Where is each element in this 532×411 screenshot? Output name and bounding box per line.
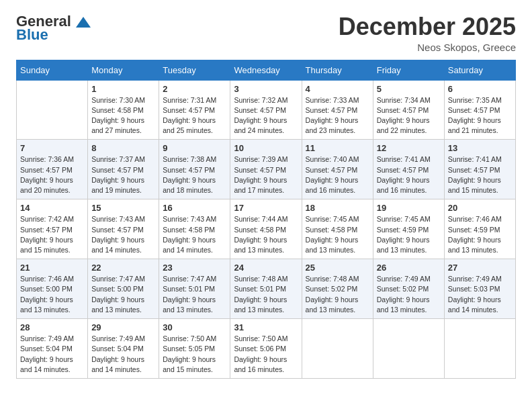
day-info: Sunrise: 7:45 AMSunset: 4:59 PMDaylight:… [377, 214, 441, 255]
calendar-cell: 14Sunrise: 7:42 AMSunset: 4:57 PMDayligh… [17, 199, 88, 259]
day-number: 16 [163, 203, 226, 213]
calendar-cell: 23Sunrise: 7:47 AMSunset: 5:01 PMDayligh… [159, 259, 230, 319]
calendar-cell: 10Sunrise: 7:39 AMSunset: 4:57 PMDayligh… [230, 140, 302, 199]
day-info: Sunrise: 7:46 AMSunset: 5:00 PMDaylight:… [20, 274, 84, 315]
day-number: 13 [448, 143, 512, 153]
day-number: 8 [91, 143, 155, 153]
day-info: Sunrise: 7:36 AMSunset: 4:57 PMDaylight:… [20, 154, 84, 195]
title-block: December 2025 Neos Skopos, Greece [339, 13, 516, 53]
calendar-cell: 3Sunrise: 7:32 AMSunset: 4:57 PMDaylight… [230, 80, 302, 140]
calendar-cell: 25Sunrise: 7:48 AMSunset: 5:02 PMDayligh… [302, 259, 373, 319]
weekday-header-monday: Monday [88, 60, 159, 80]
day-info: Sunrise: 7:48 AMSunset: 5:02 PMDaylight:… [306, 274, 369, 315]
week-row-5: 28Sunrise: 7:49 AMSunset: 5:04 PMDayligh… [17, 319, 516, 379]
day-info: Sunrise: 7:49 AMSunset: 5:03 PMDaylight:… [448, 274, 512, 315]
day-number: 24 [234, 263, 298, 273]
day-number: 17 [234, 203, 298, 213]
page-header: General Blue December 2025 Neos Skopos, … [16, 13, 516, 53]
calendar-cell: 18Sunrise: 7:45 AMSunset: 4:58 PMDayligh… [302, 199, 373, 259]
day-info: Sunrise: 7:48 AMSunset: 5:01 PMDaylight:… [234, 274, 298, 315]
day-number: 22 [91, 263, 155, 273]
calendar-cell: 9Sunrise: 7:38 AMSunset: 4:57 PMDaylight… [159, 140, 230, 199]
day-info: Sunrise: 7:46 AMSunset: 4:59 PMDaylight:… [448, 214, 512, 255]
day-number: 28 [20, 322, 84, 332]
calendar-cell: 6Sunrise: 7:35 AMSunset: 4:57 PMDaylight… [444, 80, 515, 140]
day-number: 9 [163, 143, 226, 153]
day-info: Sunrise: 7:47 AMSunset: 5:00 PMDaylight:… [91, 274, 155, 315]
day-number: 27 [448, 263, 512, 273]
week-row-3: 14Sunrise: 7:42 AMSunset: 4:57 PMDayligh… [17, 199, 516, 259]
calendar-cell: 29Sunrise: 7:49 AMSunset: 5:04 PMDayligh… [88, 319, 159, 379]
calendar-cell: 13Sunrise: 7:41 AMSunset: 4:57 PMDayligh… [444, 140, 515, 199]
day-info: Sunrise: 7:33 AMSunset: 4:57 PMDaylight:… [306, 95, 369, 136]
calendar-cell: 21Sunrise: 7:46 AMSunset: 5:00 PMDayligh… [17, 259, 88, 319]
day-info: Sunrise: 7:43 AMSunset: 4:57 PMDaylight:… [91, 214, 155, 255]
day-info: Sunrise: 7:41 AMSunset: 4:57 PMDaylight:… [448, 154, 512, 195]
calendar-cell [373, 319, 444, 379]
day-info: Sunrise: 7:49 AMSunset: 5:02 PMDaylight:… [377, 274, 441, 315]
day-number: 10 [234, 143, 298, 153]
day-info: Sunrise: 7:37 AMSunset: 4:57 PMDaylight:… [91, 154, 155, 195]
day-number: 15 [91, 203, 155, 213]
calendar-cell [444, 319, 515, 379]
day-number: 30 [163, 322, 226, 332]
calendar-cell: 1Sunrise: 7:30 AMSunset: 4:58 PMDaylight… [88, 80, 159, 140]
svg-marker-0 [76, 17, 91, 28]
day-number: 26 [377, 263, 441, 273]
logo-icon [76, 17, 91, 28]
weekday-header-wednesday: Wednesday [230, 60, 302, 80]
day-info: Sunrise: 7:49 AMSunset: 5:04 PMDaylight:… [91, 334, 155, 375]
weekday-header-friday: Friday [373, 60, 444, 80]
day-number: 31 [234, 322, 298, 332]
weekday-header-thursday: Thursday [302, 60, 373, 80]
calendar-cell: 19Sunrise: 7:45 AMSunset: 4:59 PMDayligh… [373, 199, 444, 259]
day-number: 6 [448, 84, 512, 94]
calendar-cell: 26Sunrise: 7:49 AMSunset: 5:02 PMDayligh… [373, 259, 444, 319]
day-number: 7 [20, 143, 84, 153]
week-row-4: 21Sunrise: 7:46 AMSunset: 5:00 PMDayligh… [17, 259, 516, 319]
week-row-2: 7Sunrise: 7:36 AMSunset: 4:57 PMDaylight… [17, 140, 516, 199]
day-info: Sunrise: 7:44 AMSunset: 4:58 PMDaylight:… [234, 214, 298, 255]
day-info: Sunrise: 7:41 AMSunset: 4:57 PMDaylight:… [377, 154, 441, 195]
day-number: 18 [306, 203, 369, 213]
calendar-cell: 4Sunrise: 7:33 AMSunset: 4:57 PMDaylight… [302, 80, 373, 140]
calendar-cell: 7Sunrise: 7:36 AMSunset: 4:57 PMDaylight… [17, 140, 88, 199]
day-info: Sunrise: 7:43 AMSunset: 4:58 PMDaylight:… [163, 214, 226, 255]
week-row-1: 1Sunrise: 7:30 AMSunset: 4:58 PMDaylight… [17, 80, 516, 140]
day-info: Sunrise: 7:38 AMSunset: 4:57 PMDaylight:… [163, 154, 226, 195]
day-info: Sunrise: 7:50 AMSunset: 5:05 PMDaylight:… [163, 334, 226, 375]
calendar-cell: 12Sunrise: 7:41 AMSunset: 4:57 PMDayligh… [373, 140, 444, 199]
calendar-cell: 2Sunrise: 7:31 AMSunset: 4:57 PMDaylight… [159, 80, 230, 140]
day-info: Sunrise: 7:49 AMSunset: 5:04 PMDaylight:… [20, 334, 84, 375]
weekday-header-saturday: Saturday [444, 60, 515, 80]
day-number: 25 [306, 263, 369, 273]
day-info: Sunrise: 7:42 AMSunset: 4:57 PMDaylight:… [20, 214, 84, 255]
day-number: 3 [234, 84, 298, 94]
calendar-cell: 16Sunrise: 7:43 AMSunset: 4:58 PMDayligh… [159, 199, 230, 259]
calendar-cell: 31Sunrise: 7:50 AMSunset: 5:06 PMDayligh… [230, 319, 302, 379]
calendar-cell: 27Sunrise: 7:49 AMSunset: 5:03 PMDayligh… [444, 259, 515, 319]
day-info: Sunrise: 7:39 AMSunset: 4:57 PMDaylight:… [234, 154, 298, 195]
day-number: 5 [377, 84, 441, 94]
calendar-cell: 24Sunrise: 7:48 AMSunset: 5:01 PMDayligh… [230, 259, 302, 319]
day-number: 1 [91, 84, 155, 94]
calendar-cell: 30Sunrise: 7:50 AMSunset: 5:05 PMDayligh… [159, 319, 230, 379]
day-info: Sunrise: 7:45 AMSunset: 4:58 PMDaylight:… [306, 214, 369, 255]
calendar-cell: 20Sunrise: 7:46 AMSunset: 4:59 PMDayligh… [444, 199, 515, 259]
calendar-cell: 17Sunrise: 7:44 AMSunset: 4:58 PMDayligh… [230, 199, 302, 259]
day-number: 11 [306, 143, 369, 153]
day-info: Sunrise: 7:50 AMSunset: 5:06 PMDaylight:… [234, 334, 298, 375]
calendar-cell: 8Sunrise: 7:37 AMSunset: 4:57 PMDaylight… [88, 140, 159, 199]
month-title: December 2025 [339, 13, 516, 40]
day-info: Sunrise: 7:30 AMSunset: 4:58 PMDaylight:… [91, 95, 155, 136]
weekday-header-sunday: Sunday [17, 60, 88, 80]
day-number: 20 [448, 203, 512, 213]
day-info: Sunrise: 7:40 AMSunset: 4:57 PMDaylight:… [306, 154, 369, 195]
calendar-cell: 22Sunrise: 7:47 AMSunset: 5:00 PMDayligh… [88, 259, 159, 319]
calendar-cell: 5Sunrise: 7:34 AMSunset: 4:57 PMDaylight… [373, 80, 444, 140]
calendar-cell: 28Sunrise: 7:49 AMSunset: 5:04 PMDayligh… [17, 319, 88, 379]
day-number: 12 [377, 143, 441, 153]
day-info: Sunrise: 7:35 AMSunset: 4:57 PMDaylight:… [448, 95, 512, 136]
day-info: Sunrise: 7:31 AMSunset: 4:57 PMDaylight:… [163, 95, 226, 136]
day-info: Sunrise: 7:34 AMSunset: 4:57 PMDaylight:… [377, 95, 441, 136]
